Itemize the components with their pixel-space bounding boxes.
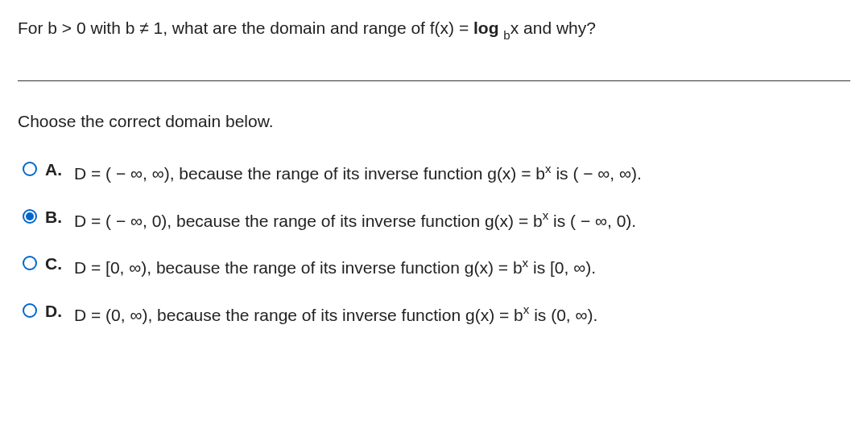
option-c-pre: D = [0, ∞), because the range of its inv… bbox=[74, 258, 523, 277]
question-part2: x and why? bbox=[510, 19, 596, 37]
question-log-base: b bbox=[503, 28, 510, 42]
option-b-label: B. bbox=[45, 206, 66, 227]
option-d-post: is (0, ∞). bbox=[529, 306, 597, 324]
option-b-exp: x bbox=[543, 208, 549, 222]
option-a-label: A. bbox=[45, 158, 66, 179]
options-group: A. D = ( − ∞, ∞), because the range of i… bbox=[18, 158, 850, 327]
option-d-text: D = (0, ∞), because the range of its inv… bbox=[74, 300, 597, 328]
instruction-text: Choose the correct domain below. bbox=[18, 112, 850, 131]
option-c-post: is [0, ∞). bbox=[528, 258, 596, 277]
option-a[interactable]: A. D = ( − ∞, ∞), because the range of i… bbox=[23, 158, 850, 187]
option-d[interactable]: D. D = (0, ∞), because the range of its … bbox=[23, 300, 850, 328]
option-d-label: D. bbox=[45, 300, 66, 321]
option-c-text: D = [0, ∞), because the range of its inv… bbox=[74, 253, 596, 281]
option-b-text: D = ( − ∞, 0), because the range of its … bbox=[74, 206, 636, 234]
radio-c[interactable] bbox=[23, 256, 37, 270]
option-a-text: D = ( − ∞, ∞), because the range of its … bbox=[74, 158, 642, 187]
question-log: log bbox=[473, 19, 503, 37]
option-c-exp: x bbox=[523, 256, 529, 269]
radio-d[interactable] bbox=[23, 303, 37, 318]
divider bbox=[18, 80, 850, 81]
option-a-post: is ( − ∞, ∞). bbox=[552, 164, 642, 183]
option-c-label: C. bbox=[45, 253, 66, 274]
option-d-exp: x bbox=[523, 302, 530, 316]
option-b[interactable]: B. D = ( − ∞, 0), because the range of i… bbox=[23, 206, 850, 234]
radio-a[interactable] bbox=[23, 162, 37, 176]
option-a-pre: D = ( − ∞, ∞), because the range of its … bbox=[74, 164, 545, 183]
option-b-post: is ( − ∞, 0). bbox=[548, 212, 636, 230]
question-text: For b > 0 with b ≠ 1, what are the domai… bbox=[18, 16, 850, 42]
option-b-pre: D = ( − ∞, 0), because the range of its … bbox=[74, 212, 543, 230]
option-a-exp: x bbox=[545, 162, 552, 175]
option-c[interactable]: C. D = [0, ∞), because the range of its … bbox=[23, 253, 850, 281]
radio-b[interactable] bbox=[23, 209, 37, 224]
question-part1: For b > 0 with b ≠ 1, what are the domai… bbox=[18, 19, 473, 37]
option-d-pre: D = (0, ∞), because the range of its inv… bbox=[74, 306, 523, 324]
